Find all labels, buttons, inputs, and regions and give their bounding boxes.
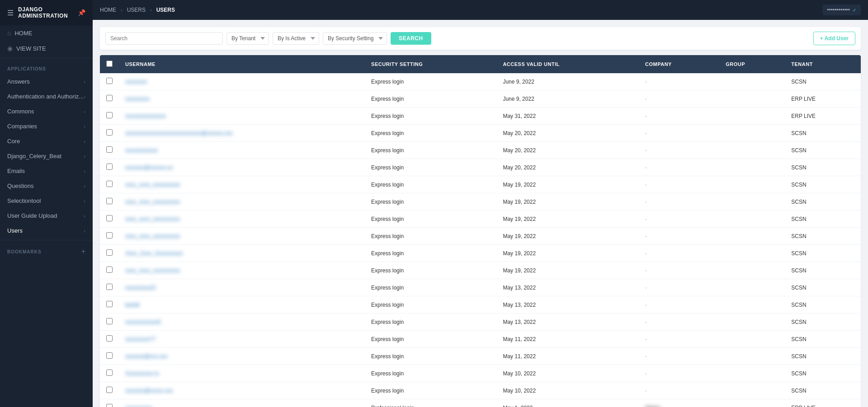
row-checkbox-cell[interactable] [100,279,119,296]
username-cell[interactable]: xxxxxxx@xxxxxx.xx [119,159,365,176]
row-checkbox[interactable] [106,112,113,118]
username-cell[interactable]: xxxxxxxxxxxxxxxxxxxxxxxxxxxx@xxxxxx.xxx [119,125,365,142]
username-cell[interactable]: kamib [119,296,365,313]
username-cell[interactable]: xxxxxxxxxx [119,399,365,407]
table-row: xxxx_xxxx_xxxxxxxxxxExpress loginMay 19,… [100,193,861,211]
username-cell[interactable]: xxxx_xxxx_xxxxxxxxxx [119,176,365,193]
sidebar-item-celery[interactable]: Django_Celery_Beat › [0,149,93,164]
row-checkbox[interactable] [106,284,113,290]
security-cell: Express login [365,382,496,399]
row-checkbox[interactable] [106,249,113,256]
breadcrumb-users[interactable]: USERS [127,7,146,13]
username-cell[interactable]: xxxxxxxxx22 [119,279,365,296]
row-checkbox[interactable] [106,370,113,376]
users-table-container: USERNAME SECURITY SETTING ACCESS VALID U… [100,55,861,407]
select-all-checkbox[interactable] [106,61,113,67]
search-button[interactable]: SEARCH [391,32,431,45]
sidebar-item-home[interactable]: ⌂ HOME [0,25,93,41]
row-checkbox-cell[interactable] [100,313,119,331]
row-checkbox-cell[interactable] [100,228,119,245]
row-checkbox[interactable] [106,146,113,153]
sidebar-item-auth[interactable]: Authentication and Authoriz... › [0,89,93,104]
security-setting-filter[interactable]: By Security Setting [323,32,387,45]
row-checkbox[interactable] [106,78,113,84]
username-cell[interactable]: xxxxxxxxxxxxxxx [119,108,365,125]
sidebar-item-commons[interactable]: Commons › [0,104,93,119]
security-cell: Express login [365,348,496,365]
row-checkbox[interactable] [106,198,113,204]
row-checkbox-cell[interactable] [100,125,119,142]
row-checkbox-cell[interactable] [100,382,119,399]
row-checkbox-cell[interactable] [100,108,119,125]
username-cell[interactable]: xxxxxxxxx [119,90,365,108]
row-checkbox-cell[interactable] [100,245,119,262]
chevron-right-icon: › [84,79,85,84]
username-cell[interactable]: xxxxxxxxxxxx5 [119,313,365,331]
sidebar-item-answers[interactable]: Answers › [0,74,93,89]
row-checkbox[interactable] [106,181,113,187]
row-checkbox[interactable] [106,352,113,359]
user-dropdown[interactable]: •••••••••••• ✓ [823,5,861,15]
username-cell[interactable]: xxxxxxxxx77 [119,331,365,348]
sidebar-item-companies[interactable]: Companies › [0,119,93,134]
access-cell: May 20, 2022 [496,142,639,159]
sidebar-item-emails[interactable]: Emails › [0,164,93,178]
row-checkbox[interactable] [106,215,113,221]
row-checkbox[interactable] [106,232,113,239]
sidebar-item-selectiontool[interactable]: Selectiontool › [0,193,93,208]
chevron-right-icon: › [84,139,85,144]
row-checkbox[interactable] [106,267,113,273]
row-checkbox-cell[interactable] [100,399,119,407]
security-cell: Express login [365,296,496,313]
row-checkbox[interactable] [106,335,113,342]
pin-icon[interactable]: 📌 [78,9,85,16]
row-checkbox-cell[interactable] [100,365,119,382]
row-checkbox[interactable] [106,301,113,307]
add-user-button[interactable]: + Add User [813,32,855,45]
sidebar-item-viewsite[interactable]: ◉ VIEW SITE [0,41,93,56]
breadcrumb-home[interactable]: HOME [100,7,116,13]
username-cell[interactable]: xxxx_xxxx_xxxxxxxxxx [119,262,365,279]
username-cell[interactable]: xxxx_xxxx_xxxxxxxxxx [119,193,365,211]
row-checkbox-cell[interactable] [100,142,119,159]
sidebar-item-userguide[interactable]: User Guide Upload › [0,208,93,223]
row-checkbox-cell[interactable] [100,348,119,365]
row-checkbox[interactable] [106,129,113,136]
row-checkbox-cell[interactable] [100,193,119,211]
security-cell: Express login [365,73,496,90]
row-checkbox[interactable] [106,404,113,407]
hamburger-icon[interactable]: ☰ [7,9,14,17]
row-checkbox-cell[interactable] [100,176,119,193]
row-checkbox-cell[interactable] [100,73,119,90]
row-checkbox-cell[interactable] [100,262,119,279]
username-cell[interactable]: xxxxxxxx [119,73,365,90]
username-cell[interactable]: Xxxx_Xxxx_Xxxxxxxxxx [119,245,365,262]
row-checkbox[interactable] [106,95,113,101]
username-cell[interactable]: xxxxxxx@xxxxx.xxx [119,382,365,399]
row-checkbox-cell[interactable] [100,159,119,176]
chevron-right-icon: › [84,154,85,159]
row-checkbox[interactable] [106,387,113,393]
row-checkbox-cell[interactable] [100,90,119,108]
sidebar-item-users[interactable]: Users › [0,223,93,238]
row-checkbox[interactable] [106,164,113,170]
tenant-filter[interactable]: By Tenant [226,32,269,45]
row-checkbox[interactable] [106,318,113,324]
username-cell[interactable]: Xxxxxxxxxx.io [119,365,365,382]
row-checkbox-cell[interactable] [100,211,119,228]
table-row: xxxxxxxxExpress loginJune 9, 2022-SCSN [100,73,861,90]
sidebar: ☰ DJANGO ADMINISTRATION 📌 ⌂ HOME ◉ VIEW … [0,0,93,407]
search-input[interactable] [105,32,223,45]
username-cell[interactable]: xxxxxxx@xxx.xxx [119,348,365,365]
row-checkbox-cell[interactable] [100,331,119,348]
username-cell[interactable]: xxxx_xxxx_xxxxxxxxxx [119,211,365,228]
row-checkbox-cell[interactable] [100,296,119,313]
is-active-filter[interactable]: By Is Active [273,32,319,45]
access-cell: May 10, 2022 [496,365,639,382]
sidebar-item-core[interactable]: Core › [0,134,93,149]
username-cell[interactable]: xxxxxxxxxxxx [119,142,365,159]
sidebar-item-questions[interactable]: Questions › [0,178,93,193]
bookmark-add-icon[interactable]: + [81,248,85,256]
username-cell[interactable]: xxxx_xxxx_xxxxxxxxxx [119,228,365,245]
select-all-header[interactable] [100,55,119,73]
